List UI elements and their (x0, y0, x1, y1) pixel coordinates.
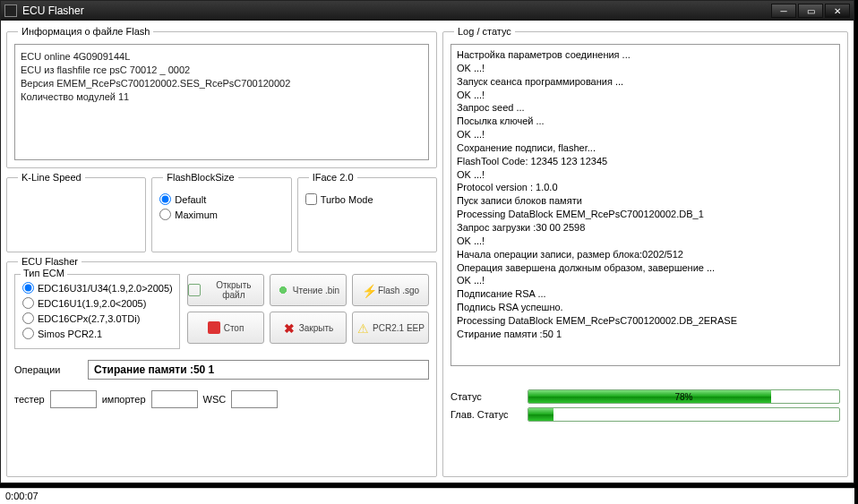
content-area: Информация о файле Flash ECU online 4G09… (1, 21, 854, 483)
pcr-eep-label: PCR2.1 EEP (373, 323, 425, 333)
app-icon (4, 4, 17, 17)
flash-info-line: ECU online 4G0909144L (21, 50, 423, 64)
ecu-flasher-group: ECU Flasher Тип ECM EDC16U31/U34(1.9,2.0… (6, 256, 437, 477)
turbo-mode-input[interactable] (305, 193, 317, 205)
log-line: FlashTool Code: 12345 123 12345 (457, 155, 834, 168)
document-icon (188, 284, 201, 296)
maximize-button[interactable]: ▭ (798, 4, 823, 18)
ecm-option-3[interactable]: Simos PCR2.1 (22, 328, 172, 339)
flash-info-line: ECU из flashfile rce psC 70012 _ 0002 (21, 64, 423, 77)
flash-sgo-button[interactable]: ⚡ Flash .sgo (352, 274, 429, 306)
log-line: OK ...! (457, 62, 834, 75)
settings-row: K-Line Speed FlashBlockSize Default Maxi… (6, 172, 437, 252)
ecm-option-2[interactable]: EDC16CPx(2.7,3.0TDi) (22, 312, 172, 324)
turbo-mode-label: Turbo Mode (321, 194, 373, 205)
window-controls: ─ ▭ ✕ (771, 4, 850, 18)
log-line: Запуск сеанса программирования ... (457, 75, 834, 89)
action-buttons: Открыть файл Стоп Чтение .bin (187, 274, 429, 349)
kline-speed-group: K-Line Speed (6, 172, 146, 252)
stop-icon (208, 321, 220, 334)
flash-info-line: Количество модулей 11 (21, 90, 423, 104)
status-row: Статус 78% (450, 389, 840, 404)
main-window: ECU Flasher ─ ▭ ✕ Информация о файле Fla… (0, 0, 854, 483)
fbs-max-radio[interactable]: Maximum (159, 209, 283, 220)
log-line: OK ...! (457, 235, 834, 248)
status-progress: 78% (528, 389, 840, 404)
fbs-max-input[interactable] (159, 209, 171, 220)
log-line: Запрос seed ... (457, 101, 834, 115)
main-status-row: Глав. Статус (450, 407, 840, 422)
flash-info-legend: Информация о файле Flash (18, 26, 153, 37)
main-status-fill (528, 408, 553, 421)
status-percent: 78% (528, 390, 839, 404)
log-line: Начала операции записи, размер блока:020… (457, 248, 834, 261)
flash-sgo-label: Flash .sgo (378, 286, 419, 295)
ecm-type-group: Тип ECM EDC16U31/U34(1.9,2.0>2005) EDC16… (14, 274, 180, 349)
fbs-default-input[interactable] (159, 193, 171, 205)
flash-block-size-group: FlashBlockSize Default Maximum (151, 172, 291, 252)
importer-field[interactable] (151, 390, 198, 408)
fbs-legend: FlashBlockSize (163, 172, 237, 183)
close-window-button[interactable]: ✕ (825, 4, 850, 18)
log-line: OK ...! (457, 168, 834, 182)
log-line: OK ...! (457, 128, 834, 141)
log-line: Protocol version : 1.0.0 (457, 181, 834, 194)
minimize-button[interactable]: ─ (771, 4, 796, 18)
left-panel: Информация о файле Flash ECU online 4G09… (6, 26, 437, 477)
log-line: OK ...! (457, 89, 834, 102)
ecm-radio-0[interactable] (22, 282, 34, 294)
read-bin-label: Чтение .bin (293, 286, 339, 295)
read-bin-button[interactable]: Чтение .bin (270, 274, 347, 306)
log-group: Log / статус Настройка параметров соедин… (442, 26, 848, 477)
ids-row: тестер импортер WSC (14, 390, 429, 408)
ecuflasher-legend: ECU Flasher (18, 256, 82, 267)
pcr-eep-button[interactable]: ⚠ PCR2.1 EEP (352, 312, 429, 344)
iface-group: IFace 2.0 Turbo Mode (297, 172, 437, 252)
tester-field[interactable] (50, 390, 97, 408)
titlebar[interactable]: ECU Flasher ─ ▭ ✕ (1, 1, 854, 21)
close-icon: ✖ (283, 321, 296, 334)
open-file-label: Открыть файл (204, 280, 263, 300)
flash-info-box: ECU online 4G0909144L ECU из flashfile r… (14, 44, 429, 160)
main-status-label: Глав. Статус (450, 409, 519, 420)
fbs-max-label: Maximum (175, 209, 218, 220)
wsc-field[interactable] (231, 390, 278, 408)
log-line: Processing DataBlock EMEM_RcePsC70012000… (457, 314, 834, 328)
turbo-mode-check[interactable]: Turbo Mode (305, 193, 429, 205)
log-line: Подписание RSA ... (457, 287, 834, 301)
stop-button[interactable]: Стоп (187, 312, 264, 344)
iface-legend: IFace 2.0 (309, 172, 357, 183)
log-line: Посылка ключей ... (457, 115, 834, 128)
flash-info-group: Информация о файле Flash ECU online 4G09… (6, 26, 437, 168)
ecm-option-0[interactable]: EDC16U31/U34(1.9,2.0>2005) (22, 282, 172, 294)
stop-label: Стоп (224, 323, 245, 333)
ecm-radio-2[interactable] (22, 312, 34, 324)
warning-icon: ⚠ (356, 321, 369, 334)
close-button[interactable]: ✖ Закрыть (270, 312, 347, 344)
operation-field: Стирание памяти :50 1 (88, 360, 429, 380)
window-title: ECU Flasher (22, 4, 771, 17)
main-status-progress (528, 407, 840, 422)
log-line: Операция завершена должным образом, заве… (457, 261, 834, 275)
ecm-label-1: EDC16U1(1.9,2.0<2005) (38, 298, 146, 309)
tester-label: тестер (14, 394, 45, 405)
ecm-label-0: EDC16U31/U34(1.9,2.0>2005) (38, 283, 173, 294)
close-label: Закрыть (299, 323, 334, 333)
operation-label: Операции (14, 364, 79, 375)
log-text[interactable]: Настройка параметров соединения ...OK ..… (450, 44, 840, 366)
log-line: Пуск записи блоков памяти (457, 194, 834, 208)
fbs-default-label: Default (175, 194, 206, 205)
ecm-radio-3[interactable] (22, 328, 34, 339)
importer-label: импортер (102, 394, 146, 405)
ecm-option-1[interactable]: EDC16U1(1.9,2.0<2005) (22, 297, 172, 309)
status-label: Статус (450, 391, 519, 402)
log-legend: Log / статус (454, 26, 515, 37)
kline-legend: K-Line Speed (18, 172, 85, 183)
ecm-label-2: EDC16CPx(2.7,3.0TDi) (38, 313, 140, 324)
log-line: Сохранение подписи, flasher... (457, 141, 834, 155)
log-line: Настройка параметров соединения ... (457, 48, 834, 62)
open-file-button[interactable]: Открыть файл (187, 274, 264, 306)
ecm-radio-1[interactable] (22, 297, 34, 309)
log-line: Подпись RSA успешно. (457, 301, 834, 314)
fbs-default-radio[interactable]: Default (159, 193, 283, 205)
